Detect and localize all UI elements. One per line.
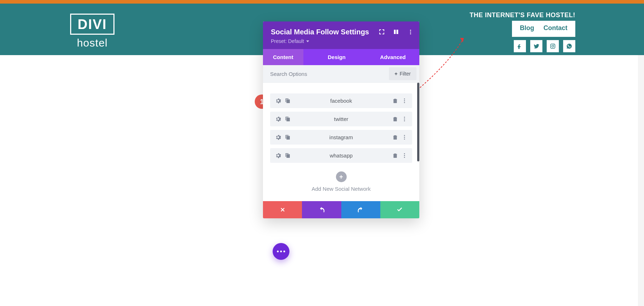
- logo-sub-text: hostel: [70, 37, 114, 49]
- network-item-facebook[interactable]: facebook: [270, 93, 412, 108]
- gear-icon[interactable]: [275, 153, 281, 159]
- social-follow-settings-modal: Social Media Follow Settings Preset: Def…: [263, 21, 419, 218]
- tab-design[interactable]: Design: [303, 49, 370, 65]
- network-item-whatsapp[interactable]: whatsapp: [270, 148, 412, 163]
- top-orange-strip: [0, 0, 644, 4]
- preset-dropdown[interactable]: Preset: Default: [271, 38, 411, 44]
- logo-main-text: DIVI: [78, 17, 107, 32]
- modal-body: facebook twitter instagram: [263, 83, 419, 201]
- floating-action-button[interactable]: [273, 243, 289, 260]
- expand-icon[interactable]: [379, 29, 385, 35]
- search-filter-bar: + Filter: [263, 65, 419, 83]
- trash-icon[interactable]: [392, 116, 398, 122]
- add-network-section: + Add New Social Network: [270, 171, 412, 192]
- trash-icon[interactable]: [392, 153, 398, 159]
- network-item-twitter[interactable]: twitter: [270, 112, 412, 126]
- twitter-icon[interactable]: [530, 40, 542, 52]
- add-network-button[interactable]: +: [336, 171, 347, 182]
- copy-icon[interactable]: [284, 98, 290, 104]
- modal-footer: [263, 201, 419, 218]
- whatsapp-icon[interactable]: [563, 40, 575, 52]
- network-name: facebook: [290, 98, 392, 104]
- nav-link-blog[interactable]: Blog: [520, 24, 534, 32]
- nav-link-contact[interactable]: Contact: [543, 24, 567, 32]
- confirm-button[interactable]: [380, 201, 419, 218]
- kebab-icon[interactable]: [401, 98, 407, 104]
- site-logo: DIVI hostel: [70, 14, 114, 49]
- add-network-label: Add New Social Network: [270, 186, 412, 192]
- trash-icon[interactable]: [392, 98, 398, 104]
- trash-icon[interactable]: [392, 135, 398, 140]
- preset-label: Preset: Default: [271, 38, 304, 44]
- tab-advanced[interactable]: Advanced: [370, 49, 419, 65]
- network-name: instagram: [290, 134, 392, 140]
- modal-scrollbar[interactable]: [417, 83, 419, 161]
- modal-tabs: Content Design Advanced: [263, 49, 419, 65]
- gear-icon[interactable]: [275, 98, 281, 104]
- gear-icon[interactable]: [275, 116, 281, 122]
- network-item-instagram[interactable]: instagram: [270, 130, 412, 145]
- columns-icon[interactable]: [393, 29, 399, 35]
- nav-links: Blog Contact: [512, 21, 575, 37]
- gear-icon[interactable]: [275, 135, 281, 140]
- kebab-icon[interactable]: [407, 29, 414, 35]
- kebab-icon[interactable]: [401, 153, 407, 159]
- kebab-icon[interactable]: [401, 116, 407, 122]
- header-tagline: THE INTERNET'S FAVE HOSTEL!: [470, 11, 575, 19]
- redo-button[interactable]: [341, 201, 380, 218]
- instagram-icon[interactable]: [547, 40, 559, 52]
- network-name: whatsapp: [290, 152, 392, 159]
- header-social-icons: [514, 40, 575, 52]
- network-name: twitter: [290, 116, 392, 122]
- tab-content[interactable]: Content: [263, 49, 303, 65]
- kebab-icon[interactable]: [401, 135, 407, 140]
- copy-icon[interactable]: [284, 116, 290, 122]
- filter-button[interactable]: + Filter: [389, 67, 416, 80]
- undo-button[interactable]: [302, 201, 341, 218]
- facebook-icon[interactable]: [514, 40, 526, 52]
- search-input[interactable]: [263, 66, 389, 82]
- modal-header: Social Media Follow Settings Preset: Def…: [263, 21, 419, 49]
- filter-label: Filter: [400, 71, 411, 77]
- chevron-down-icon: [306, 40, 309, 42]
- cancel-button[interactable]: [263, 201, 302, 218]
- copy-icon[interactable]: [284, 153, 290, 159]
- copy-icon[interactable]: [284, 135, 290, 140]
- plus-icon: +: [395, 71, 397, 77]
